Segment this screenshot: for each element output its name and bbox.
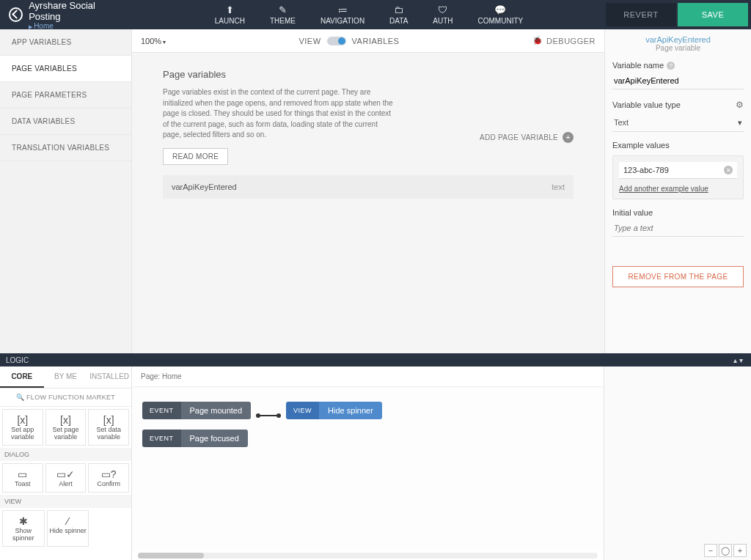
properties-panel: varApiKeyEntered Page variable Variable … — [604, 29, 751, 353]
top-bar: Ayrshare Social Posting Home ⬆LAUNCH ✎TH… — [0, 0, 751, 29]
tile-show-spinner[interactable]: ✱Show spinner — [2, 510, 45, 547]
variable-row-name: varApiKeyEntered — [172, 183, 237, 191]
add-page-variable-button[interactable]: ADD PAGE VARIABLE+ — [480, 132, 574, 143]
flow-function-market[interactable]: FLOW FUNCTION MARKET — [0, 388, 131, 407]
upload-icon: ⬆ — [215, 5, 245, 15]
drawer-collapse-icon[interactable]: ▴▾ — [733, 356, 745, 364]
app-title: Ayrshare Social Posting — [29, 0, 125, 22]
remove-example-icon[interactable]: ✕ — [724, 166, 733, 174]
selected-variable-name: varApiKeyEntered — [612, 35, 744, 44]
tile-set-page-variable[interactable]: [x]Set page variable — [45, 409, 87, 446]
logic-page-crumb: Page: Home — [132, 366, 604, 387]
variable-row-type: text — [552, 183, 565, 191]
tile-confirm[interactable]: ▭?Confirm — [88, 463, 129, 493]
node-page-mounted[interactable]: EVENTPage mounted — [142, 402, 251, 419]
logic-tab-core[interactable]: CORE — [0, 366, 44, 388]
confirm-icon: ▭? — [90, 468, 127, 480]
logic-properties-panel — [604, 366, 751, 560]
variable-icon: [x] — [48, 414, 84, 426]
logic-label: LOGIC — [6, 356, 29, 364]
plus-icon: + — [563, 132, 574, 143]
canvas: 100% VIEW VARIABLES 🐞DEBUGGER Page varia… — [132, 29, 604, 353]
toast-icon: ▭ — [4, 468, 41, 480]
variable-icon: [x] — [4, 414, 41, 426]
zoom-select[interactable]: 100% — [141, 37, 166, 45]
variable-icon: [x] — [90, 414, 127, 426]
initial-value-input[interactable] — [612, 220, 744, 237]
tile-hide-spinner[interactable]: ⁄Hide spinner — [47, 510, 89, 547]
node-hide-spinner[interactable]: VIEWHide spinner — [286, 402, 382, 419]
debugger-button[interactable]: 🐞DEBUGGER — [532, 36, 596, 45]
flow-area[interactable]: EVENTPage mounted VIEWHide spinner EVENT… — [132, 387, 604, 551]
selected-variable-kind: Page variable — [612, 44, 744, 52]
folder-icon: 🗀 — [389, 5, 408, 15]
tile-set-data-variable[interactable]: [x]Set data variable — [88, 409, 129, 446]
revert-button[interactable]: REVERT — [606, 3, 676, 26]
variables-label: VARIABLES — [352, 37, 400, 45]
bug-icon: 🐞 — [532, 36, 543, 45]
leftnav-translation-variables[interactable]: TRANSLATION VARIABLES — [0, 135, 131, 161]
logic-tab-installed[interactable]: INSTALLED — [87, 366, 131, 388]
initial-value-label: Initial value — [612, 208, 744, 217]
canvas-toolbar: 100% VIEW VARIABLES 🐞DEBUGGER — [132, 29, 604, 53]
nav-navigation[interactable]: ≔NAVIGATION — [320, 5, 364, 25]
leftnav-data-variables[interactable]: DATA VARIABLES — [0, 108, 131, 135]
chat-icon: 💬 — [478, 5, 524, 15]
tile-toast[interactable]: ▭Toast — [2, 463, 43, 493]
toggle-icon[interactable] — [327, 37, 346, 45]
category-view: VIEW — [0, 495, 131, 508]
nav-theme[interactable]: ✎THEME — [270, 5, 296, 25]
view-variables-toggle[interactable]: VIEW VARIABLES — [298, 37, 399, 45]
gear-icon[interactable]: ⚙ — [736, 100, 744, 110]
tile-set-app-variable[interactable]: [x]Set app variable — [2, 409, 43, 446]
zoom-in-button[interactable]: + — [733, 544, 747, 557]
logic-palette: CORE BY ME INSTALLED FLOW FUNCTION MARKE… — [0, 366, 132, 560]
top-nav: ⬆LAUNCH ✎THEME ≔NAVIGATION 🗀DATA 🛡AUTH 💬… — [132, 5, 606, 25]
theme-icon: ✎ — [270, 5, 296, 15]
page-variables-title: Page variables — [163, 69, 574, 80]
leftnav-page-variables[interactable]: PAGE VARIABLES — [0, 56, 131, 82]
nav-data[interactable]: 🗀DATA — [389, 5, 408, 25]
example-values-box: 123-abc-789✕ Add another example value — [612, 155, 744, 199]
leftnav-page-parameters[interactable]: PAGE PARAMETERS — [0, 82, 131, 108]
navigation-icon: ≔ — [320, 5, 364, 15]
zoom-fit-button[interactable]: ◯ — [719, 544, 732, 557]
nav-launch[interactable]: ⬆LAUNCH — [215, 5, 245, 25]
view-label: VIEW — [298, 37, 320, 45]
save-button[interactable]: SAVE — [678, 3, 748, 26]
variable-type-label: Variable value type — [612, 100, 681, 109]
breadcrumb[interactable]: Home — [29, 22, 125, 30]
horizontal-scrollbar[interactable] — [138, 553, 598, 559]
nav-auth[interactable]: 🛡AUTH — [433, 5, 453, 25]
app-identity: Ayrshare Social Posting Home — [0, 0, 132, 30]
tile-alert[interactable]: ▭✓Alert — [45, 463, 87, 493]
hide-spinner-icon: ⁄ — [49, 515, 87, 527]
logic-drawer-bar[interactable]: LOGIC ▴▾ — [0, 353, 751, 366]
add-example-link[interactable]: Add another example value — [619, 185, 737, 193]
logic-canvas: Page: Home EVENTPage mounted VIEWHide sp… — [132, 366, 604, 560]
variable-name-label: Variable name? — [612, 61, 744, 70]
leftnav-app-variables[interactable]: APP VARIABLES — [0, 29, 131, 56]
variable-row[interactable]: varApiKeyEntered text — [163, 175, 574, 199]
left-nav: APP VARIABLES PAGE VARIABLES PAGE PARAME… — [0, 29, 132, 353]
variable-type-select[interactable]: Text▾ — [612, 114, 744, 132]
nav-community[interactable]: 💬COMMUNITY — [478, 5, 524, 25]
example-value-row[interactable]: 123-abc-789✕ — [619, 162, 737, 179]
page-variables-desc: Page variables exist in the context of t… — [163, 87, 398, 141]
category-dialog: DIALOG — [0, 448, 131, 461]
example-values-label: Example values — [612, 141, 744, 150]
connector — [258, 415, 279, 416]
node-page-focused[interactable]: EVENTPage focused — [142, 430, 248, 447]
zoom-out-button[interactable]: − — [704, 544, 717, 557]
chevron-down-icon: ▾ — [738, 118, 742, 128]
read-more-button[interactable]: READ MORE — [163, 148, 228, 165]
flow-zoom-controls: − ◯ + — [704, 544, 747, 557]
variable-name-input[interactable] — [612, 73, 744, 89]
top-actions: REVERT SAVE — [606, 0, 751, 29]
shield-icon: 🛡 — [433, 5, 453, 15]
help-icon[interactable]: ? — [667, 62, 675, 70]
logic-tab-byme[interactable]: BY ME — [44, 366, 88, 388]
app-logo-icon — [9, 7, 23, 22]
spinner-icon: ✱ — [4, 515, 43, 527]
remove-from-page-button[interactable]: REMOVE FROM THE PAGE — [612, 266, 744, 287]
